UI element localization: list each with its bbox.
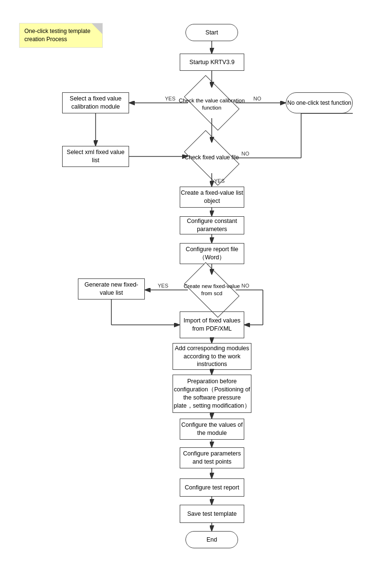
configure-values-node: Configure the values of the module	[180, 419, 244, 440]
startup-node: Startup KRTV3.9	[180, 54, 244, 71]
configure-params-test-node: Configure parameters and test points	[180, 447, 244, 468]
yes-label-3: YES	[158, 283, 168, 288]
import-fixed-node: Import of fixed values from PDF/XML	[180, 311, 244, 338]
generate-new-node: Generate new fixed-value list	[78, 278, 145, 300]
check-fixed-file-label: Check fixed value file	[178, 144, 245, 171]
create-new-fixed-label: Create new fixed-value from scd	[178, 277, 245, 303]
configure-report-node: Configure report file（Word）	[180, 243, 244, 264]
sticky-text: One-click testing template creation Proc…	[24, 28, 90, 43]
add-modules-node: Add corresponding modules according to t…	[173, 343, 251, 370]
create-fixed-list-node: Create a fixed-value list object	[180, 187, 244, 208]
select-fixed-calib-node: Select a fixed value calibration module	[62, 92, 129, 113]
no-one-click-node: No one-click test function	[286, 92, 353, 113]
configure-const-node: Configure constant parameters	[180, 216, 244, 234]
sticky-note: One-click testing template creation Proc…	[19, 23, 103, 48]
configure-test-report-node: Configure test report	[180, 478, 244, 497]
start-node: Start	[185, 24, 238, 41]
check-value-calib-label: Check the value calibration function	[178, 91, 245, 117]
select-xml-node: Select xml fixed value list	[62, 146, 129, 167]
save-test-template-node: Save test template	[180, 505, 244, 523]
preparation-node: Preparation before configuration（Positio…	[173, 375, 251, 413]
end-node: End	[185, 531, 238, 548]
yes-label-1: YES	[165, 96, 175, 101]
no-label-1: NO	[253, 96, 261, 101]
